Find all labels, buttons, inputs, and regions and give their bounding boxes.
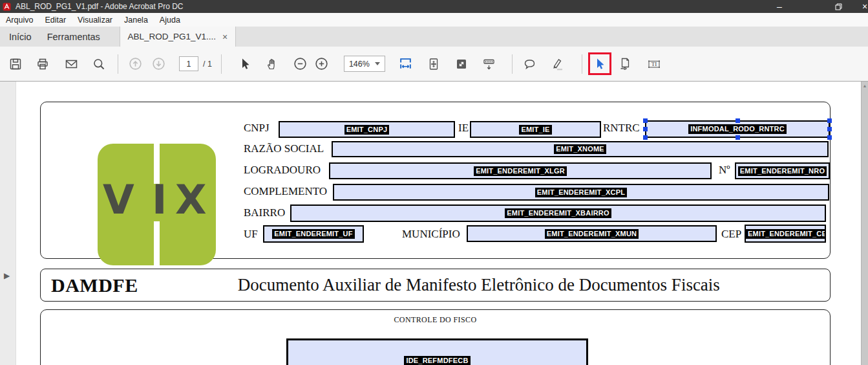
highlight-button[interactable] [546, 52, 569, 76]
save-icon [9, 58, 22, 71]
select-tool-button[interactable] [233, 52, 257, 76]
print-icon [36, 58, 49, 71]
form-field-refmdfecb[interactable]: IDE_REFMDFECB [286, 338, 588, 365]
text-field-icon: TI [647, 58, 661, 71]
tab-document[interactable]: ABL_ROD_PG1_V1.... × [120, 27, 236, 47]
selection-handle[interactable] [827, 127, 832, 131]
expand-panel-icon[interactable]: ▶ [4, 272, 10, 280]
zoom-out-button[interactable] [289, 52, 312, 76]
search-button[interactable] [87, 52, 111, 76]
restore-icon [835, 3, 842, 10]
print-button[interactable] [31, 52, 54, 76]
restore-button[interactable] [828, 0, 849, 13]
close-button[interactable]: × [854, 0, 868, 13]
menu-visualizar[interactable]: Visualizar [72, 13, 118, 27]
chevron-down-icon [375, 62, 380, 65]
email-button[interactable] [59, 52, 83, 76]
form-field-nro[interactable]: EMIT_ENDEREMIT_NRO [735, 162, 830, 179]
form-field-emit-cnpj[interactable]: EMIT_CNPJ [279, 121, 455, 138]
acrobat-app-icon [3, 2, 12, 11]
next-page-button[interactable] [147, 52, 170, 76]
field-name-tag: EMIT_ENDEREMIT_UF [272, 229, 354, 239]
label-ie: IE [458, 122, 469, 135]
cursor-icon [238, 58, 251, 71]
zoom-out-icon [293, 57, 307, 71]
scroll-up-icon[interactable]: ▲ [862, 83, 868, 88]
label-razao-social: RAZÃO SOCIAL [244, 142, 324, 155]
label-numero: Nº [719, 164, 730, 177]
zoom-in-icon [315, 57, 328, 71]
reading-mode-button[interactable] [478, 52, 501, 76]
text-field-tool-button[interactable]: TI [642, 52, 666, 76]
field-name-tag: EMIT_ENDEREMIT_XLGR [474, 166, 567, 176]
page-properties-button[interactable] [614, 52, 637, 76]
form-field-xcpl[interactable]: EMIT_ENDEREMIT_XCPL [333, 184, 829, 201]
damdfe-header-box: DAMDFE Documento Auxiliar de Manifesto E… [40, 269, 831, 302]
form-field-rntrc-selected[interactable]: INFMODAL_RODO_RNTRC [645, 120, 830, 138]
logo-letter-i: I [152, 179, 167, 220]
menu-ajuda[interactable]: Ajuda [154, 13, 186, 27]
hand-tool-button[interactable] [260, 52, 284, 76]
field-name-tag: EMIT_XNOME [554, 144, 606, 154]
form-field-emit-ie[interactable]: EMIT_IE [470, 121, 601, 138]
tab-close-icon[interactable]: × [222, 32, 228, 42]
damdfe-title: Documento Auxiliar de Manifesto Eletrôni… [138, 275, 820, 295]
fit-width-button[interactable] [394, 52, 418, 76]
page-number-input[interactable]: 1 [179, 56, 198, 71]
selected-tool-highlight [588, 52, 611, 75]
page-up-icon [129, 57, 142, 71]
comment-button[interactable] [518, 52, 542, 76]
fit-page-icon [427, 58, 440, 71]
zoom-level-value: 146% [349, 60, 375, 69]
email-icon [65, 58, 78, 71]
selection-handle[interactable] [643, 118, 648, 123]
form-field-xmun[interactable]: EMIT_ENDEREMIT_XMUN [467, 225, 717, 242]
acrobat-logo-icon [3, 3, 11, 11]
navigation-pane-collapsed: ▶ [0, 82, 16, 365]
fullscreen-button[interactable] [450, 52, 473, 76]
tab-inicio[interactable]: Início [1, 27, 39, 47]
selection-handle[interactable] [827, 118, 832, 123]
field-name-tag: EMIT_ENDEREMIT_XMUN [545, 229, 639, 239]
menu-editar[interactable]: Editar [39, 13, 72, 27]
fit-page-button[interactable] [422, 52, 445, 76]
logo-letter-x: X [175, 179, 207, 220]
vertical-scrollbar[interactable]: ▲ [861, 82, 868, 365]
form-field-xnome[interactable]: EMIT_XNOME [332, 141, 829, 157]
selection-handle[interactable] [736, 135, 740, 140]
zoom-level-dropdown[interactable]: 146% [344, 56, 385, 72]
toolbar-separator [118, 54, 118, 74]
blue-cursor-icon [593, 58, 606, 71]
field-name-tag: EMIT_CNPJ [344, 125, 390, 135]
document-badge-icon [619, 57, 632, 71]
fisco-header: CONTROLE DO FISCO [41, 310, 830, 325]
label-complemento: COMPLEMENTO [244, 185, 327, 198]
form-field-cep[interactable]: EMIT_ENDEREMIT_CEP [745, 225, 826, 243]
minimize-button[interactable]: – [769, 0, 790, 13]
selection-handle[interactable] [827, 135, 832, 140]
menu-arquivo[interactable]: Arquivo [0, 13, 39, 27]
tab-ferramentas[interactable]: Ferramentas [39, 27, 108, 47]
menu-janela[interactable]: Janela [118, 13, 154, 27]
window-title: ABL_ROD_PG1_V1.pdf - Adobe Acrobat Pro D… [16, 2, 183, 11]
label-bairro: BAIRRO [244, 206, 285, 219]
form-field-xbairro[interactable]: EMIT_ENDEREMIT_XBAIRRO [290, 205, 826, 222]
selection-handle[interactable] [643, 135, 648, 140]
field-name-tag: EMIT_ENDEREMIT_XBAIRRO [505, 208, 611, 218]
search-icon [92, 58, 105, 71]
highlighter-icon [551, 57, 564, 71]
field-name-tag: EMIT_IE [519, 125, 551, 135]
toolbar-separator [582, 54, 582, 74]
label-rntrc: RNTRC [603, 122, 640, 135]
zoom-in-button[interactable] [310, 52, 333, 76]
selection-handle[interactable] [643, 127, 648, 131]
fit-width-icon [399, 57, 412, 71]
selection-handle[interactable] [736, 118, 740, 123]
form-select-tool-button[interactable] [591, 55, 609, 73]
form-field-xlgr[interactable]: EMIT_ENDEREMIT_XLGR [329, 162, 712, 179]
form-field-uf[interactable]: EMIT_ENDEREMIT_UF [263, 225, 364, 243]
label-cnpj: CNPJ [244, 122, 270, 135]
previous-page-button[interactable] [123, 52, 147, 76]
save-button[interactable] [4, 52, 27, 76]
damdfe-abbreviation: DAMDFE [51, 274, 138, 296]
